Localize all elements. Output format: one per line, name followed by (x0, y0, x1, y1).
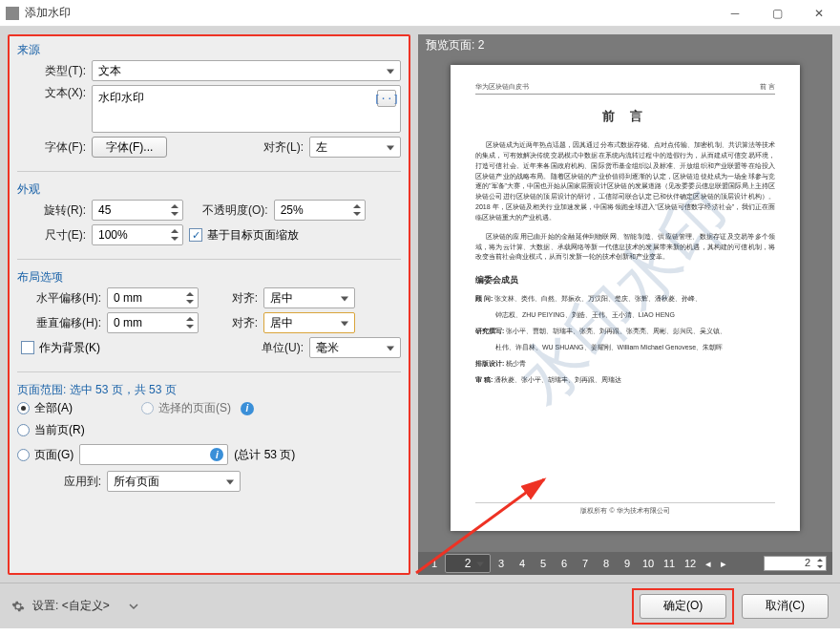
ok-highlight: 确定(O) (632, 588, 734, 625)
opacity-input[interactable]: 25% (274, 200, 366, 221)
prev-page-icon[interactable]: ◂ (701, 558, 716, 570)
text-options-button[interactable]: [··] (377, 90, 396, 107)
fit-checkbox[interactable]: ✓ 基于目标页面缩放 (189, 227, 299, 244)
opacity-label: 不透明度(O): (202, 202, 268, 219)
info-icon[interactable]: i (241, 402, 254, 415)
range-current-radio[interactable]: 当前页(R) (17, 422, 85, 438)
app-icon (6, 7, 19, 20)
close-button[interactable]: ✕ (798, 0, 840, 27)
page-thumb[interactable]: 4 (512, 554, 533, 573)
page-thumb[interactable]: 1 (424, 554, 445, 573)
align-label: 对齐(L): (250, 139, 304, 156)
page-thumb[interactable]: 8 (596, 554, 617, 573)
hoff-label: 水平偏移(H): (17, 290, 101, 307)
doc-heading: 前 言 (475, 108, 775, 125)
preview-document: 华为区块链白皮书前 言 前 言 区块链成为近两年热点话题，因其通过分布式数据存储… (451, 65, 800, 531)
cancel-button[interactable]: 取消(C) (742, 594, 829, 619)
unit-select[interactable]: 毫米 (309, 337, 401, 358)
source-title: 来源 (17, 42, 401, 58)
text-label: 文本(X): (17, 85, 86, 101)
page-thumb[interactable]: 2 (445, 554, 491, 573)
page-thumb[interactable]: 6 (554, 554, 575, 573)
rotate-label: 旋转(R): (17, 202, 86, 219)
font-button[interactable]: 字体(F)... (92, 137, 167, 158)
align-select[interactable]: 左 (309, 137, 401, 158)
asbg-checkbox[interactable]: 作为背景(K) (21, 340, 100, 356)
apply-select[interactable]: 所有页面 (107, 471, 241, 492)
page-strip: 1 2 3 4 5 6 7 8 9 10 11 12 ◂ ▸ 2 (418, 552, 832, 575)
voff-input[interactable]: 0 mm (107, 312, 199, 333)
hoff-input[interactable]: 0 mm (107, 287, 199, 308)
next-page-icon[interactable]: ▸ (716, 558, 731, 570)
total-pages-hint: (总计 53 页) (234, 447, 295, 463)
scale-input[interactable]: 100% (92, 224, 183, 245)
page-thumb[interactable]: 5 (533, 554, 554, 573)
gear-icon (11, 600, 25, 613)
pages-input[interactable]: i (79, 444, 228, 465)
apply-label: 应用到: (17, 474, 101, 490)
layout-align2-select[interactable]: 居中 (263, 312, 355, 333)
font-label: 字体(F): (17, 139, 86, 156)
layout-align2-label: 对齐: (204, 315, 258, 331)
layout-align1-select[interactable]: 居中 (263, 287, 355, 308)
range-selected-radio: 选择的页面(S) (141, 400, 231, 416)
rotate-input[interactable]: 45 (92, 200, 183, 221)
page-thumb[interactable]: 12 (680, 554, 701, 573)
page-thumb[interactable]: 3 (491, 554, 512, 573)
page-thumb[interactable]: 7 (575, 554, 596, 573)
page-thumb[interactable]: 9 (617, 554, 638, 573)
voff-label: 垂直偏移(H): (17, 315, 101, 331)
appearance-title: 外观 (17, 181, 401, 198)
page-thumb[interactable]: 11 (659, 554, 680, 573)
window-title: 添加水印 (25, 5, 714, 21)
preview-panel: 预览页面: 2 华为区块链白皮书前 言 前 言 区块链成为近两年热点话题，因其通… (418, 34, 832, 575)
page-jump-input[interactable]: 2 (764, 556, 827, 571)
maximize-button[interactable]: ▢ (756, 0, 798, 27)
page-thumb[interactable]: 10 (638, 554, 659, 573)
settings-label[interactable]: 设置: <自定义> (32, 598, 110, 614)
ok-button[interactable]: 确定(O) (640, 594, 726, 619)
range-all-radio[interactable]: 全部(A) (17, 400, 73, 416)
chevron-down-icon[interactable] (129, 602, 138, 611)
watermark-text-input[interactable]: 水印水印 [··] (92, 85, 401, 133)
type-select[interactable]: 文本 (92, 60, 401, 81)
type-label: 类型(T): (17, 63, 86, 79)
layout-align1-label: 对齐: (204, 290, 258, 307)
minimize-button[interactable]: ─ (714, 0, 756, 27)
info-icon[interactable]: i (210, 448, 223, 461)
scale-label: 尺寸(E): (17, 227, 86, 244)
range-pages-radio[interactable]: 页面(G) (17, 447, 74, 463)
unit-label: 单位(U): (250, 340, 304, 356)
pagerange-title: 页面范围: 选中 53 页，共 53 页 (17, 382, 401, 398)
preview-header: 预览页面: 2 (418, 34, 832, 55)
layout-title: 布局选项 (17, 269, 401, 286)
form-panel: 来源 类型(T): 文本 文本(X): 水印水印 [··] 字体(F): 字体(… (8, 34, 410, 575)
